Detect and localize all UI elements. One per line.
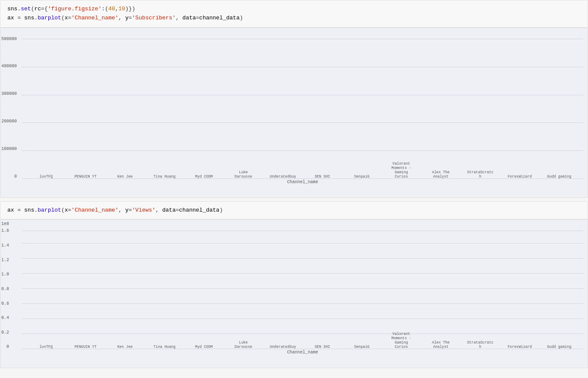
bar-label: Ken Jee — [117, 345, 133, 349]
bar-group: Ken Jee — [105, 343, 145, 349]
bar-label: StrataScratch — [466, 170, 494, 179]
bar-group: SEN SHI — [303, 343, 343, 349]
section-views: ax = sns.barplot(x='Channel_name', y='Vi… — [0, 201, 588, 369]
bar-group: Luke Darousse — [224, 169, 264, 179]
bar-group: Tina Huang — [145, 343, 185, 349]
bar-label: luvTFQ — [39, 345, 53, 349]
bar-label: UnderatedGuy — [270, 175, 296, 179]
bar-label: Alex The Analyst — [427, 341, 455, 349]
y-label: 1.6 — [1, 228, 9, 233]
y-label: 0.2 — [1, 330, 9, 335]
bar-label: Alex The Analyst — [427, 170, 455, 179]
y-label: 0 — [14, 174, 17, 179]
y-label: 0.4 — [1, 316, 9, 320]
bar-group: Valorant Moments - Gaming Curios — [382, 330, 421, 349]
bar-group: Ken Jee — [105, 173, 145, 179]
y-label: 500000 — [1, 37, 17, 41]
y-label: 0.8 — [1, 287, 9, 291]
bars-row-2: luvTFQPENGUIN YTKen JeeTina HuangMyd COD… — [22, 228, 583, 349]
bar-label: Gudd gaming — [547, 175, 571, 179]
code-block-2: ax = sns.barplot(x='Channel_name', y='Vi… — [0, 201, 588, 220]
y-axis-labels-2: 1.6 1.4 1.2 1.0 0.8 0.6 0.4 0.2 0 — [1, 228, 9, 349]
bar-label: Gudd gaming — [547, 345, 571, 349]
y-axis-labels-1: 500000 400000 300000 200000 100000 0 — [1, 37, 17, 179]
y-label: 1.0 — [1, 272, 9, 277]
bar-label: PENGUIN YT — [75, 345, 97, 349]
code-line-3: ax = sns.barplot(x='Channel_name', y='Vi… — [7, 206, 581, 215]
y-label: 1.2 — [1, 258, 9, 262]
views-chart-area: 1e8 1.6 1.4 1.2 1.0 0.8 0.6 0.4 0.2 0 lu… — [22, 228, 583, 349]
subscribers-chart-container: 500000 400000 300000 200000 100000 0 luv… — [0, 28, 588, 198]
bar-group: SenpaiG — [342, 173, 382, 179]
subscribers-chart-area: 500000 400000 300000 200000 100000 0 luv… — [22, 37, 583, 179]
x-axis-title-2: Channel_name — [22, 350, 583, 355]
x-axis-title-1: Channel_name — [22, 180, 583, 184]
bar-label: SenpaiG — [354, 345, 370, 349]
bar-label: Luke Darousse — [230, 170, 258, 179]
bar-label: PENGUIN YT — [75, 175, 97, 179]
bar-group: UnderatedGuy — [263, 343, 303, 349]
bar-group: Alex The Analyst — [421, 339, 461, 349]
section-subscribers: sns.set(rc={'figure.figsize':(40,10)}) a… — [0, 0, 588, 198]
bar-label: Valorant Moments - Gaming Curios — [387, 332, 415, 349]
bar-group: Gudd gaming — [540, 343, 579, 349]
y-label: 200000 — [1, 119, 17, 124]
bar-label: ForexWizard — [508, 345, 532, 349]
bar-group: Myd CODM — [184, 173, 224, 179]
bar-label: luvTFQ — [39, 175, 53, 179]
bar-group: ForexWizard — [500, 173, 540, 179]
bars-row-1: luvTFQPENGUIN YTKen JeeTina HuangMyd COD… — [22, 37, 583, 179]
bar-group: StrataScratch — [461, 169, 500, 179]
bar-group: SEN SHI — [303, 173, 343, 179]
bar-group: StrataScratch — [461, 339, 500, 349]
bar-label: SEN SHI — [314, 345, 330, 349]
y-label: 400000 — [1, 64, 17, 69]
bar-label: Myd CODM — [195, 345, 213, 349]
y-label: 300000 — [1, 91, 17, 96]
bar-group: PENGUIN YT — [66, 343, 106, 349]
views-chart-container: 1e8 1.6 1.4 1.2 1.0 0.8 0.6 0.4 0.2 0 lu… — [0, 219, 588, 368]
bar-group: UnderatedGuy — [263, 173, 303, 179]
bar-label: Tina Huang — [154, 345, 176, 349]
bar-label: SenpaiG — [354, 175, 370, 179]
code-block-1: sns.set(rc={'figure.figsize':(40,10)}) a… — [0, 0, 588, 28]
bar-group: PENGUIN YT — [66, 173, 106, 179]
bar-group: Tina Huang — [145, 173, 185, 179]
bar-group: luvTFQ — [26, 343, 66, 349]
bar-label: Valorant Moments - Gaming Curios — [387, 162, 415, 179]
bar-group: Alex The Analyst — [421, 169, 461, 179]
bar-label: StrataScratch — [466, 341, 494, 349]
bar-group: Luke Darousse — [224, 339, 264, 349]
y-label: 1.4 — [1, 243, 9, 248]
bar-label: Tina Huang — [154, 175, 176, 179]
bar-group: Valorant Moments - Gaming Curios — [382, 160, 421, 179]
bar-label: SEN SHI — [314, 175, 330, 179]
bar-label: Ken Jee — [117, 175, 133, 179]
bar-group: Myd CODM — [184, 343, 224, 349]
bar-group: Gudd gaming — [540, 173, 579, 179]
bar-label: Myd CODM — [195, 175, 213, 179]
y-unit-label: 1e8 — [1, 222, 9, 226]
bar-label: Luke Darousse — [230, 341, 258, 349]
code-line-2: ax = sns.barplot(x='Channel_name', y='Su… — [7, 14, 581, 23]
bar-label: ForexWizard — [508, 175, 532, 179]
bar-group: SenpaiG — [342, 343, 382, 349]
y-label: 100000 — [1, 147, 17, 151]
code-line-1: sns.set(rc={'figure.figsize':(40,10)}) — [7, 5, 581, 14]
bar-label: UnderatedGuy — [270, 345, 296, 349]
bar-group: ForexWizard — [500, 343, 540, 349]
bar-group: luvTFQ — [26, 173, 66, 179]
y-label: 0.6 — [1, 301, 9, 306]
y-label: 0 — [6, 344, 9, 349]
